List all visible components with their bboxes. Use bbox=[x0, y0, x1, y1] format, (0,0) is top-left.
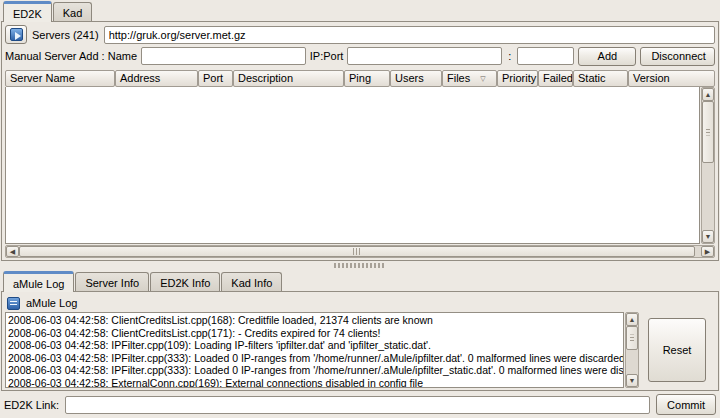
server-table-header: Server Name Address Port Description Pin… bbox=[5, 70, 715, 87]
server-table-body-wrap: ▲ ▼ bbox=[5, 87, 715, 245]
column-header-address[interactable]: Address bbox=[115, 70, 198, 87]
log-icon bbox=[7, 297, 20, 310]
log-scrollbar-thumb[interactable] bbox=[626, 326, 638, 350]
column-header-version[interactable]: Version bbox=[628, 70, 715, 87]
ed2k-link-input[interactable] bbox=[65, 396, 650, 414]
vertical-scrollbar-thumb[interactable] bbox=[702, 101, 714, 163]
server-list-horizontal-scrollbar[interactable]: ◀ ▶ bbox=[5, 245, 715, 258]
log-panel-title: aMule Log bbox=[26, 297, 77, 309]
tab-kad-info[interactable]: Kad Info bbox=[221, 272, 282, 291]
tab-amule-log[interactable]: aMule Log bbox=[3, 271, 74, 292]
scroll-up-button[interactable]: ▲ bbox=[702, 88, 714, 101]
ip-port-label: IP:Port bbox=[310, 50, 344, 62]
ed2k-link-label: ED2K Link: bbox=[4, 399, 59, 411]
tab-ed2k-info[interactable]: ED2K Info bbox=[150, 272, 220, 291]
server-list-viewport[interactable] bbox=[5, 87, 700, 245]
servers-count-label: Servers (241) bbox=[32, 29, 99, 41]
ip-port-separator: : bbox=[508, 50, 511, 62]
log-line: 2008-06-03 04:42:58: ClientCreditsList.c… bbox=[8, 327, 621, 340]
column-header-users[interactable]: Users bbox=[390, 70, 442, 87]
reset-log-button[interactable]: Reset bbox=[648, 318, 706, 382]
add-server-button[interactable]: Add bbox=[578, 47, 636, 66]
arrow-left-icon: ◀ bbox=[10, 248, 15, 255]
log-line: 2008-06-03 04:42:58: ClientCreditsList.c… bbox=[8, 314, 621, 327]
server-list-row: Servers (241) bbox=[5, 24, 715, 46]
column-header-priority[interactable]: Priority bbox=[497, 70, 538, 87]
manual-add-label: Manual Server Add : Name bbox=[5, 50, 137, 62]
ed2k-link-bar: ED2K Link: Commit bbox=[0, 391, 720, 418]
column-header-description[interactable]: Description bbox=[233, 70, 344, 87]
log-line: 2008-06-03 04:42:58: IPFilter.cpp(333): … bbox=[8, 364, 621, 377]
log-scroll-down-button[interactable]: ▼ bbox=[626, 374, 638, 387]
log-scroll-up-button[interactable]: ▲ bbox=[626, 313, 638, 326]
log-content: 2008-06-03 04:42:58: ClientCreditsList.c… bbox=[5, 312, 715, 388]
thumb-grip bbox=[353, 248, 362, 255]
scroll-left-button[interactable]: ◀ bbox=[6, 246, 19, 257]
arrow-right-icon: ▶ bbox=[705, 248, 710, 255]
scrollbar-track[interactable] bbox=[702, 163, 714, 231]
column-header-files[interactable]: Files ▽ bbox=[442, 70, 497, 87]
log-scrollbar-track[interactable] bbox=[626, 350, 638, 374]
connect-arrow-icon bbox=[10, 28, 23, 41]
server-ip-input[interactable] bbox=[347, 47, 502, 65]
tab-ed2k[interactable]: ED2K bbox=[3, 1, 52, 22]
log-output[interactable]: 2008-06-03 04:42:58: ClientCreditsList.c… bbox=[5, 312, 624, 388]
log-panel: aMule Log 2008-06-03 04:42:58: ClientCre… bbox=[1, 291, 719, 391]
column-header-ping[interactable]: Ping bbox=[344, 70, 390, 87]
servers-panel: Servers (241) Manual Server Add : Name I… bbox=[1, 21, 719, 262]
horizontal-scrollbar-thumb[interactable] bbox=[19, 246, 695, 257]
tab-ed2k-label: ED2K bbox=[13, 8, 42, 20]
panel-splitter[interactable] bbox=[0, 261, 720, 270]
column-header-static[interactable]: Static bbox=[573, 70, 628, 87]
column-header-server-name[interactable]: Server Name bbox=[5, 70, 115, 87]
server-list-url-input[interactable] bbox=[104, 26, 715, 44]
server-list-vertical-scrollbar[interactable]: ▲ ▼ bbox=[701, 87, 715, 245]
splitter-grip-icon bbox=[334, 263, 386, 268]
sort-descending-icon: ▽ bbox=[480, 75, 485, 82]
main-tab-bar: ED2K Kad bbox=[0, 0, 720, 21]
tab-server-info[interactable]: Server Info bbox=[75, 272, 149, 291]
manual-server-add-row: Manual Server Add : Name IP:Port : Add D… bbox=[5, 46, 715, 67]
server-name-input[interactable] bbox=[141, 47, 306, 65]
disconnect-button[interactable]: Disconnect bbox=[640, 47, 715, 66]
update-server-list-button[interactable] bbox=[5, 25, 27, 44]
tab-kad[interactable]: Kad bbox=[53, 2, 93, 21]
info-tab-bar: aMule Log Server Info ED2K Info Kad Info bbox=[0, 270, 720, 291]
reset-area: Reset bbox=[639, 312, 715, 388]
tab-kad-label: Kad bbox=[63, 7, 83, 19]
server-port-input[interactable] bbox=[517, 47, 574, 65]
commit-button[interactable]: Commit bbox=[656, 394, 716, 415]
log-title-row: aMule Log bbox=[5, 294, 715, 312]
log-line: 2008-06-03 04:42:58: IPFilter.cpp(109): … bbox=[8, 339, 621, 352]
arrow-up-icon: ▲ bbox=[629, 316, 636, 323]
column-header-failed[interactable]: Failed bbox=[538, 70, 573, 87]
log-line: 2008-06-03 04:42:58: ExternalConn.cpp(16… bbox=[8, 377, 621, 389]
column-header-port[interactable]: Port bbox=[198, 70, 233, 87]
log-vertical-scrollbar[interactable]: ▲ ▼ bbox=[625, 312, 639, 388]
scroll-right-button[interactable]: ▶ bbox=[701, 246, 714, 257]
arrow-up-icon: ▲ bbox=[705, 91, 712, 98]
arrow-down-icon: ▼ bbox=[629, 377, 636, 384]
log-line: 2008-06-03 04:42:58: IPFilter.cpp(333): … bbox=[8, 352, 621, 365]
scroll-down-button[interactable]: ▼ bbox=[702, 230, 714, 243]
arrow-down-icon: ▼ bbox=[705, 233, 712, 240]
